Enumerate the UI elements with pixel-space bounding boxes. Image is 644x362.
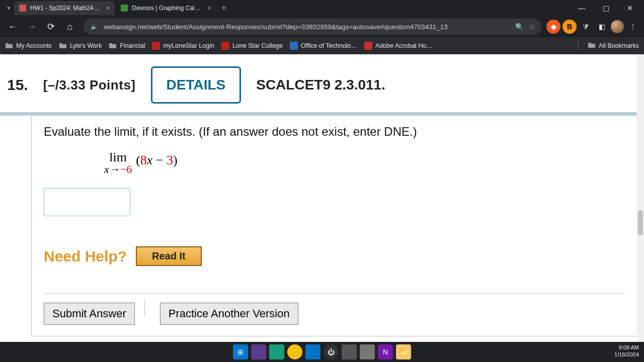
limit-value: −6 [120,163,132,175]
taskbar-app-1[interactable] [251,344,266,359]
site-icon [152,42,160,50]
scrollbar-thumb[interactable] [638,210,643,235]
taskbar-edge[interactable] [269,344,284,359]
question-points: [–/3.33 Points] [43,77,136,93]
bookmarks-bar: My Accounts Lyle's Work Financial myLone… [0,37,644,54]
chrome-menu-icon[interactable]: ⋮ [626,20,640,34]
tab-search-dropdown[interactable]: ▾ [3,3,14,14]
site-settings-icon[interactable]: 🔈 [90,22,99,31]
bookmark-adobe[interactable]: Adobe Acrobat Ho… [364,42,433,50]
limit-approach: x→−6 [104,164,132,175]
new-tab-button[interactable]: + [217,2,230,15]
taskbar-explorer[interactable]: 📁 [396,344,411,359]
nav-back-button[interactable]: ← [4,18,21,35]
url-text: webassign.net/web/Student/Assignment-Res… [104,23,510,31]
limit-label: lim [109,151,127,164]
extensions-icon[interactable]: ⧩ [579,20,593,34]
brave-extension-icon[interactable]: ◆ [546,20,560,34]
tab-bar: ▾ HW1 - Sp2024: Math2413-2… × Desmos | G… [0,0,644,16]
taskbar-outlook[interactable] [305,344,320,359]
limit-var: x [104,163,109,175]
bookmark-label: My Accounts [16,42,52,49]
bookmark-my-accounts[interactable]: My Accounts [5,42,52,50]
practice-another-button[interactable]: Practice Another Version [160,303,298,325]
bookmark-label: Office of Technolo… [301,42,357,49]
taskbar-app-2[interactable]: ⏻ [324,344,339,359]
answer-input[interactable] [44,188,130,216]
clock-date: 1/18/2024 [614,351,639,358]
nav-forward-button[interactable]: → [23,18,40,35]
folder-icon [109,42,117,50]
bookmark-office-tech[interactable]: Office of Technolo… [290,42,357,50]
need-help-label: Need Help? [44,248,127,265]
clock-time: 9:08 AM [614,344,639,351]
limit-expression: lim x→−6 (8x − 3) [104,151,625,175]
windows-taskbar: ⊞ ⏻ N 📁 9:08 AM 1/18/2024 [0,342,644,362]
zoom-icon[interactable]: 🔍 [515,23,524,31]
question-prompt: Evaluate the limit, if it exists. (If an… [44,125,625,139]
close-icon[interactable]: × [207,4,211,12]
site-icon [290,42,298,50]
bookmark-label: Financial [120,42,145,49]
bookmark-label: Lyle's Work [70,42,102,49]
taskbar-app-4[interactable] [360,344,375,359]
separator [144,301,145,317]
tab-webassign[interactable]: HW1 - Sp2024: Math2413-2… × [14,1,115,15]
start-button[interactable]: ⊞ [233,344,248,359]
bookmark-mylonestar[interactable]: myLoneStar Login [152,42,214,50]
close-icon[interactable]: × [106,4,110,12]
question-body: Evaluate the limit, if it exists. (If an… [31,116,637,336]
bookmark-label: Adobe Acrobat Ho… [375,42,433,49]
question-header: 15. [–/3.33 Points] DETAILS SCALCET9 2.3… [0,54,644,113]
taskbar-app-3[interactable] [342,344,357,359]
omnibox[interactable]: 🔈 webassign.net/web/Student/Assignment-R… [84,19,541,35]
site-icon [221,42,229,50]
tab-title: Desmos | Graphing Calculat… [132,5,202,12]
window-close-button[interactable]: ✕ [619,1,641,15]
limit-function: (8x − 3) [136,153,178,168]
site-icon [364,42,372,50]
window-maximize-button[interactable]: ▢ [595,1,617,15]
bookmark-lonestar-college[interactable]: Lone Star College [221,42,283,50]
address-bar: ← → ⟳ ⌂ 🔈 webassign.net/web/Student/Assi… [0,16,644,37]
folder-icon [588,41,596,51]
bookmark-lyles-work[interactable]: Lyle's Work [59,42,102,50]
bookmark-label: myLoneStar Login [163,42,214,49]
page-content: 15. [–/3.33 Points] DETAILS SCALCET9 2.3… [0,54,644,342]
tab-title: HW1 - Sp2024: Math2413-2… [30,5,101,12]
all-bookmarks-button[interactable]: All Bookmarks [578,41,639,51]
desmos-favicon [121,5,128,12]
bookmark-label: Lone Star College [232,42,283,49]
taskbar-onenote[interactable]: N [378,344,393,359]
tab-desmos[interactable]: Desmos | Graphing Calculat… × [116,1,216,15]
read-it-button[interactable]: Read It [136,246,202,266]
submit-answer-button[interactable]: Submit Answer [44,303,135,325]
page-scrollbar[interactable] [636,54,644,342]
taskbar-chrome[interactable] [287,344,302,359]
profile-avatar[interactable] [611,20,624,33]
question-source: SCALCET9 2.3.011. [256,77,385,93]
folder-icon [59,42,67,50]
window-minimize-button[interactable]: ― [571,1,593,15]
arrow-icon: → [109,163,120,175]
system-clock[interactable]: 9:08 AM 1/18/2024 [614,344,639,358]
webassign-favicon [19,5,26,12]
nav-home-button[interactable]: ⌂ [61,18,78,35]
question-number: 15. [7,76,28,94]
details-button[interactable]: DETAILS [151,66,242,104]
nav-reload-button[interactable]: ⟳ [42,18,59,35]
bitcoin-extension-icon[interactable]: B [562,20,577,34]
all-bookmarks-label: All Bookmarks [599,42,639,49]
side-panel-icon[interactable]: ◧ [595,20,609,34]
bookmark-financial[interactable]: Financial [109,42,145,50]
folder-icon [5,42,13,50]
bookmark-star-icon[interactable]: ☆ [529,23,535,31]
